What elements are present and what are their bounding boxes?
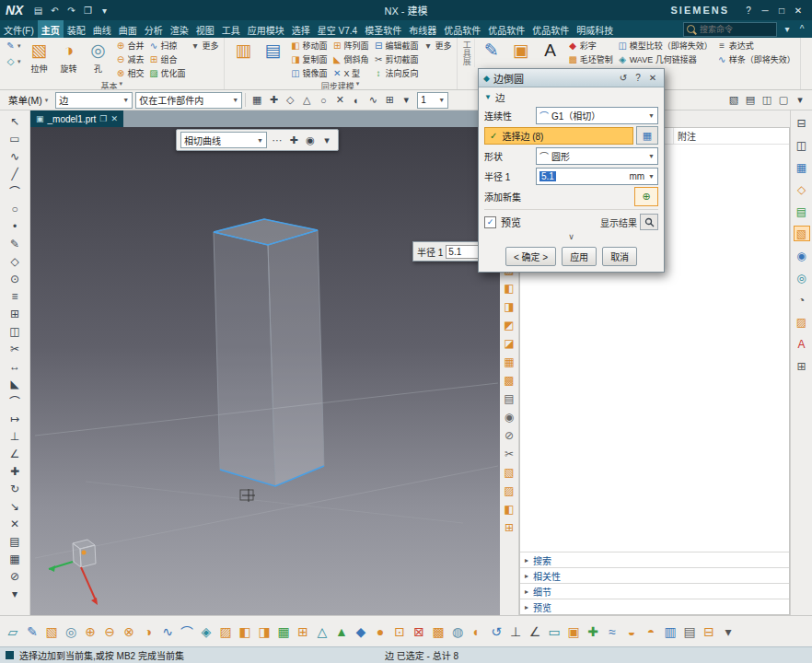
delete-icon[interactable]: ✕ bbox=[4, 515, 26, 532]
sketch-icon[interactable]: ✎ bbox=[4, 235, 26, 252]
bottom-tool-icon[interactable]: ⊟ bbox=[700, 620, 718, 644]
pattern-icon[interactable]: ⊞ bbox=[4, 305, 26, 322]
tab-tools[interactable]: 工具 bbox=[218, 20, 244, 38]
line-icon[interactable]: ╱ bbox=[4, 165, 26, 182]
feature-palette-icon[interactable]: ◧ bbox=[501, 280, 517, 297]
feature-palette-icon[interactable]: ◧ bbox=[501, 501, 517, 518]
constraint-icon[interactable]: ⊥ bbox=[4, 427, 26, 445]
undo-icon[interactable]: ↶ bbox=[47, 6, 62, 16]
ribbon-small-button[interactable]: ▨ 优化面 bbox=[146, 66, 188, 80]
ribbon-small-button[interactable]: ⊖ 减去 bbox=[113, 52, 146, 66]
dialog-help-icon[interactable]: ? bbox=[632, 73, 644, 83]
navigator-section-header[interactable]: ▸ 预览 bbox=[520, 599, 789, 614]
screen-layout-icon[interactable]: ◫ bbox=[794, 137, 810, 153]
face-finder-button[interactable]: ▦ bbox=[636, 126, 658, 145]
assembly-navigator-icon[interactable]: ▦ bbox=[794, 159, 810, 175]
radius-input[interactable]: 5.1 mm ▼ bbox=[536, 168, 658, 185]
bottom-tool-icon[interactable]: ⊞ bbox=[294, 620, 312, 644]
dialog-expand-button[interactable]: ∨ bbox=[484, 232, 658, 242]
menu-button[interactable]: 菜单(M) ▾ bbox=[4, 92, 52, 108]
bottom-tool-icon[interactable]: ◆ bbox=[352, 620, 370, 644]
feature-palette-icon[interactable]: ▨ bbox=[501, 483, 517, 499]
bottom-tool-icon[interactable]: ∠ bbox=[526, 620, 544, 644]
bottom-tool-icon[interactable]: ▥ bbox=[661, 620, 679, 644]
bottom-tool-icon[interactable]: ● bbox=[371, 620, 389, 644]
graphics-viewport[interactable]: 相切曲线 ▼ ⋯✚◉▾ 半径 1 5.1 ▾ bbox=[30, 127, 500, 615]
save-tool-icon[interactable]: ▤ bbox=[501, 390, 517, 407]
ribbon-options-icon[interactable]: ▾ bbox=[780, 24, 795, 34]
offset-icon[interactable]: ≡ bbox=[4, 287, 26, 305]
type-filter-combo[interactable]: 边 ▼ bbox=[55, 92, 133, 109]
trim-icon[interactable]: ✂ bbox=[4, 340, 26, 357]
bottom-tool-icon[interactable]: ◈ bbox=[197, 620, 215, 644]
bottom-tool-icon[interactable]: ▧ bbox=[42, 620, 61, 644]
feature-palette-icon[interactable]: ▩ bbox=[501, 372, 517, 389]
count-combo[interactable]: 1 ▼ bbox=[417, 92, 448, 109]
roles-icon[interactable]: A bbox=[794, 336, 810, 352]
ribbon-small-button[interactable]: ◈ WAVE 几何链接器 bbox=[615, 52, 714, 66]
background-icon[interactable]: ▢ bbox=[775, 92, 792, 109]
select-region-icon[interactable]: ▦ bbox=[249, 92, 265, 109]
cancel-button[interactable]: 取消 bbox=[602, 247, 637, 266]
ribbon-small-button[interactable]: ◫ 镜像面 bbox=[288, 66, 330, 80]
minimize-icon[interactable]: ─ bbox=[757, 6, 773, 16]
point-icon[interactable]: • bbox=[4, 217, 26, 235]
snap-settings-icon[interactable]: ✚ bbox=[286, 134, 301, 146]
bottom-tool-icon[interactable]: ◒ bbox=[622, 620, 641, 644]
sketch-icon[interactable]: ✎ ▾ bbox=[3, 39, 23, 52]
bottom-tool-icon[interactable]: ∿ bbox=[158, 620, 177, 644]
model-box[interactable] bbox=[214, 219, 324, 486]
bottom-tool-icon[interactable]: ⊥ bbox=[506, 620, 525, 644]
more-views-icon[interactable]: ▾ bbox=[792, 92, 808, 109]
redo-icon[interactable]: ↷ bbox=[64, 6, 78, 16]
point-on-curve-icon[interactable]: ∿ bbox=[365, 92, 381, 109]
bottom-tool-icon[interactable]: ⊠ bbox=[410, 620, 428, 644]
tab-select[interactable]: 选择 bbox=[288, 20, 314, 38]
bottom-tool-icon[interactable]: ▭ bbox=[545, 620, 563, 644]
group-label[interactable]: 同步建模 ▾ bbox=[227, 80, 454, 89]
feature-palette-icon[interactable]: ▦ bbox=[501, 354, 517, 370]
select-arrow-icon[interactable]: ↖ bbox=[4, 112, 26, 130]
tab-close-icon[interactable]: ✕ bbox=[110, 114, 118, 123]
bottom-tool-icon[interactable]: ⊕ bbox=[81, 620, 99, 644]
constraint-navigator-icon[interactable]: ◇ bbox=[794, 181, 810, 197]
ribbon-small-button[interactable]: ▩ 毛坯管制 bbox=[565, 52, 615, 66]
bottom-tool-icon[interactable]: ≈ bbox=[603, 620, 621, 644]
group-label[interactable]: 基本 ▾ bbox=[3, 80, 221, 89]
process-studio-icon[interactable]: ▨ bbox=[794, 314, 810, 330]
navigator-section-header[interactable]: ▸ 相关性 bbox=[520, 567, 789, 583]
touch-mode-icon[interactable]: ⊟ bbox=[794, 115, 810, 131]
minimize-ribbon-icon[interactable]: ^ bbox=[795, 24, 809, 34]
system-materials-icon[interactable]: ⊞ bbox=[794, 358, 810, 374]
save-icon[interactable]: ▤ bbox=[30, 6, 45, 16]
ribbon-small-button[interactable]: ∿ 样条（即将失效） bbox=[714, 52, 797, 66]
bottom-tool-icon[interactable]: ▩ bbox=[429, 620, 447, 644]
layer-icon[interactable]: ▤ bbox=[4, 532, 26, 550]
navigator-section-header[interactable]: ▸ 细节 bbox=[520, 583, 789, 599]
bottom-tool-icon[interactable]: △ bbox=[313, 620, 331, 644]
snap-midpoint-icon[interactable]: △ bbox=[298, 92, 315, 109]
measure-button[interactable]: ✎ bbox=[477, 39, 506, 63]
preview-checkbox[interactable]: ✓ bbox=[484, 216, 496, 228]
bottom-tool-icon[interactable]: ⊗ bbox=[120, 620, 138, 644]
feature-palette-icon[interactable]: ⊞ bbox=[501, 519, 517, 536]
bottom-tool-icon[interactable]: ▨ bbox=[216, 620, 235, 644]
snap-point-icon[interactable]: ✚ bbox=[265, 92, 282, 109]
trim-tool-icon[interactable]: ✂ bbox=[501, 446, 517, 462]
show-result-button[interactable] bbox=[640, 214, 658, 230]
render-style-icon[interactable]: ▤ bbox=[742, 92, 759, 109]
ribbon-small-button[interactable]: ◫ 模型比较（即将失效） bbox=[615, 39, 714, 52]
feature-palette-icon[interactable]: ◨ bbox=[501, 298, 517, 315]
bottom-tool-icon[interactable]: ◨ bbox=[255, 620, 273, 644]
mirror-icon[interactable]: ◫ bbox=[4, 322, 26, 340]
tab-render[interactable]: 渲染 bbox=[167, 20, 192, 38]
hole-button[interactable]: ◎ 孔 bbox=[84, 39, 113, 75]
group-icon[interactable]: ▦ bbox=[4, 550, 26, 567]
ribbon-small-button[interactable]: ✂ 剪切截面 bbox=[371, 52, 421, 66]
feature-palette-icon[interactable]: ▧ bbox=[501, 464, 517, 481]
ribbon-small-button[interactable]: ⊞ 组合 bbox=[146, 52, 188, 66]
circle-icon[interactable]: ○ bbox=[4, 200, 26, 217]
bottom-tool-icon[interactable]: ▱ bbox=[4, 620, 22, 644]
bottom-tool-icon[interactable]: ✚ bbox=[584, 620, 602, 644]
document-tab[interactable]: ▣ _model1.prt ❐ ✕ bbox=[30, 110, 123, 127]
